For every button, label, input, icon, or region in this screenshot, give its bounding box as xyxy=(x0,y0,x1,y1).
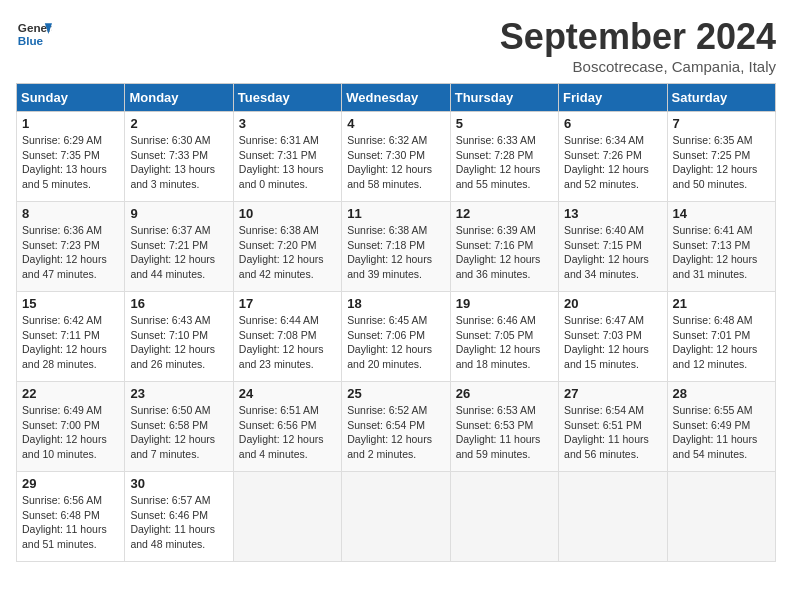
title-block: September 2024 Boscotrecase, Campania, I… xyxy=(500,16,776,75)
calendar-cell: 10Sunrise: 6:38 AM Sunset: 7:20 PM Dayli… xyxy=(233,202,341,292)
calendar-table: SundayMondayTuesdayWednesdayThursdayFrid… xyxy=(16,83,776,562)
calendar-week-row: 8Sunrise: 6:36 AM Sunset: 7:23 PM Daylig… xyxy=(17,202,776,292)
calendar-cell: 1Sunrise: 6:29 AM Sunset: 7:35 PM Daylig… xyxy=(17,112,125,202)
day-info: Sunrise: 6:38 AM Sunset: 7:18 PM Dayligh… xyxy=(347,223,444,282)
day-info: Sunrise: 6:56 AM Sunset: 6:48 PM Dayligh… xyxy=(22,493,119,552)
day-number: 4 xyxy=(347,116,444,131)
day-number: 1 xyxy=(22,116,119,131)
day-number: 16 xyxy=(130,296,227,311)
calendar-cell: 13Sunrise: 6:40 AM Sunset: 7:15 PM Dayli… xyxy=(559,202,667,292)
weekday-header-saturday: Saturday xyxy=(667,84,775,112)
day-number: 28 xyxy=(673,386,770,401)
day-number: 25 xyxy=(347,386,444,401)
day-info: Sunrise: 6:49 AM Sunset: 7:00 PM Dayligh… xyxy=(22,403,119,462)
day-info: Sunrise: 6:40 AM Sunset: 7:15 PM Dayligh… xyxy=(564,223,661,282)
day-number: 12 xyxy=(456,206,553,221)
day-number: 21 xyxy=(673,296,770,311)
weekday-header-row: SundayMondayTuesdayWednesdayThursdayFrid… xyxy=(17,84,776,112)
calendar-cell: 3Sunrise: 6:31 AM Sunset: 7:31 PM Daylig… xyxy=(233,112,341,202)
day-number: 6 xyxy=(564,116,661,131)
day-number: 22 xyxy=(22,386,119,401)
day-number: 8 xyxy=(22,206,119,221)
day-info: Sunrise: 6:54 AM Sunset: 6:51 PM Dayligh… xyxy=(564,403,661,462)
calendar-cell: 18Sunrise: 6:45 AM Sunset: 7:06 PM Dayli… xyxy=(342,292,450,382)
day-number: 9 xyxy=(130,206,227,221)
day-info: Sunrise: 6:55 AM Sunset: 6:49 PM Dayligh… xyxy=(673,403,770,462)
weekday-header-sunday: Sunday xyxy=(17,84,125,112)
day-number: 15 xyxy=(22,296,119,311)
weekday-header-wednesday: Wednesday xyxy=(342,84,450,112)
calendar-cell: 23Sunrise: 6:50 AM Sunset: 6:58 PM Dayli… xyxy=(125,382,233,472)
calendar-cell: 21Sunrise: 6:48 AM Sunset: 7:01 PM Dayli… xyxy=(667,292,775,382)
day-number: 18 xyxy=(347,296,444,311)
calendar-week-row: 15Sunrise: 6:42 AM Sunset: 7:11 PM Dayli… xyxy=(17,292,776,382)
calendar-cell: 16Sunrise: 6:43 AM Sunset: 7:10 PM Dayli… xyxy=(125,292,233,382)
calendar-subtitle: Boscotrecase, Campania, Italy xyxy=(500,58,776,75)
calendar-cell: 27Sunrise: 6:54 AM Sunset: 6:51 PM Dayli… xyxy=(559,382,667,472)
day-info: Sunrise: 6:43 AM Sunset: 7:10 PM Dayligh… xyxy=(130,313,227,372)
calendar-cell: 28Sunrise: 6:55 AM Sunset: 6:49 PM Dayli… xyxy=(667,382,775,472)
day-number: 29 xyxy=(22,476,119,491)
calendar-cell xyxy=(559,472,667,562)
day-info: Sunrise: 6:51 AM Sunset: 6:56 PM Dayligh… xyxy=(239,403,336,462)
calendar-title: September 2024 xyxy=(500,16,776,58)
day-info: Sunrise: 6:42 AM Sunset: 7:11 PM Dayligh… xyxy=(22,313,119,372)
day-number: 30 xyxy=(130,476,227,491)
calendar-cell: 24Sunrise: 6:51 AM Sunset: 6:56 PM Dayli… xyxy=(233,382,341,472)
day-number: 27 xyxy=(564,386,661,401)
calendar-cell xyxy=(667,472,775,562)
calendar-week-row: 1Sunrise: 6:29 AM Sunset: 7:35 PM Daylig… xyxy=(17,112,776,202)
weekday-header-friday: Friday xyxy=(559,84,667,112)
day-info: Sunrise: 6:36 AM Sunset: 7:23 PM Dayligh… xyxy=(22,223,119,282)
calendar-cell: 6Sunrise: 6:34 AM Sunset: 7:26 PM Daylig… xyxy=(559,112,667,202)
calendar-week-row: 29Sunrise: 6:56 AM Sunset: 6:48 PM Dayli… xyxy=(17,472,776,562)
day-number: 19 xyxy=(456,296,553,311)
day-info: Sunrise: 6:39 AM Sunset: 7:16 PM Dayligh… xyxy=(456,223,553,282)
calendar-cell xyxy=(233,472,341,562)
calendar-cell: 30Sunrise: 6:57 AM Sunset: 6:46 PM Dayli… xyxy=(125,472,233,562)
day-number: 5 xyxy=(456,116,553,131)
calendar-week-row: 22Sunrise: 6:49 AM Sunset: 7:00 PM Dayli… xyxy=(17,382,776,472)
day-number: 20 xyxy=(564,296,661,311)
calendar-cell: 5Sunrise: 6:33 AM Sunset: 7:28 PM Daylig… xyxy=(450,112,558,202)
day-number: 24 xyxy=(239,386,336,401)
day-info: Sunrise: 6:37 AM Sunset: 7:21 PM Dayligh… xyxy=(130,223,227,282)
calendar-cell: 11Sunrise: 6:38 AM Sunset: 7:18 PM Dayli… xyxy=(342,202,450,292)
day-number: 13 xyxy=(564,206,661,221)
day-info: Sunrise: 6:32 AM Sunset: 7:30 PM Dayligh… xyxy=(347,133,444,192)
day-info: Sunrise: 6:31 AM Sunset: 7:31 PM Dayligh… xyxy=(239,133,336,192)
calendar-cell: 22Sunrise: 6:49 AM Sunset: 7:00 PM Dayli… xyxy=(17,382,125,472)
day-number: 17 xyxy=(239,296,336,311)
calendar-cell: 4Sunrise: 6:32 AM Sunset: 7:30 PM Daylig… xyxy=(342,112,450,202)
day-info: Sunrise: 6:46 AM Sunset: 7:05 PM Dayligh… xyxy=(456,313,553,372)
day-info: Sunrise: 6:34 AM Sunset: 7:26 PM Dayligh… xyxy=(564,133,661,192)
page-header: General Blue September 2024 Boscotrecase… xyxy=(16,16,776,75)
calendar-cell: 20Sunrise: 6:47 AM Sunset: 7:03 PM Dayli… xyxy=(559,292,667,382)
day-info: Sunrise: 6:48 AM Sunset: 7:01 PM Dayligh… xyxy=(673,313,770,372)
calendar-cell: 19Sunrise: 6:46 AM Sunset: 7:05 PM Dayli… xyxy=(450,292,558,382)
day-info: Sunrise: 6:30 AM Sunset: 7:33 PM Dayligh… xyxy=(130,133,227,192)
day-info: Sunrise: 6:38 AM Sunset: 7:20 PM Dayligh… xyxy=(239,223,336,282)
day-info: Sunrise: 6:29 AM Sunset: 7:35 PM Dayligh… xyxy=(22,133,119,192)
day-number: 23 xyxy=(130,386,227,401)
calendar-cell xyxy=(342,472,450,562)
day-number: 2 xyxy=(130,116,227,131)
day-number: 10 xyxy=(239,206,336,221)
calendar-cell: 26Sunrise: 6:53 AM Sunset: 6:53 PM Dayli… xyxy=(450,382,558,472)
calendar-cell: 17Sunrise: 6:44 AM Sunset: 7:08 PM Dayli… xyxy=(233,292,341,382)
calendar-cell: 9Sunrise: 6:37 AM Sunset: 7:21 PM Daylig… xyxy=(125,202,233,292)
day-info: Sunrise: 6:57 AM Sunset: 6:46 PM Dayligh… xyxy=(130,493,227,552)
calendar-cell: 2Sunrise: 6:30 AM Sunset: 7:33 PM Daylig… xyxy=(125,112,233,202)
calendar-cell: 14Sunrise: 6:41 AM Sunset: 7:13 PM Dayli… xyxy=(667,202,775,292)
calendar-cell: 8Sunrise: 6:36 AM Sunset: 7:23 PM Daylig… xyxy=(17,202,125,292)
day-info: Sunrise: 6:52 AM Sunset: 6:54 PM Dayligh… xyxy=(347,403,444,462)
calendar-cell: 25Sunrise: 6:52 AM Sunset: 6:54 PM Dayli… xyxy=(342,382,450,472)
day-number: 26 xyxy=(456,386,553,401)
day-number: 7 xyxy=(673,116,770,131)
day-number: 3 xyxy=(239,116,336,131)
logo: General Blue xyxy=(16,16,52,52)
day-info: Sunrise: 6:44 AM Sunset: 7:08 PM Dayligh… xyxy=(239,313,336,372)
day-info: Sunrise: 6:50 AM Sunset: 6:58 PM Dayligh… xyxy=(130,403,227,462)
calendar-cell xyxy=(450,472,558,562)
calendar-cell: 7Sunrise: 6:35 AM Sunset: 7:25 PM Daylig… xyxy=(667,112,775,202)
